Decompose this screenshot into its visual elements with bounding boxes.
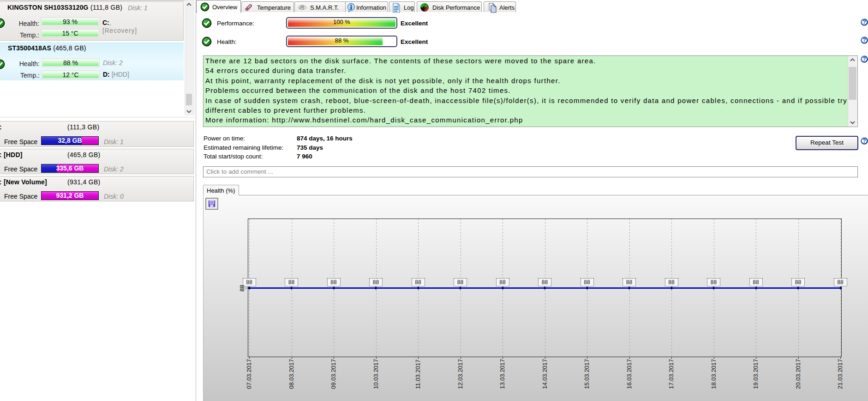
svg-text:?: ? xyxy=(862,138,866,144)
svg-text:?: ? xyxy=(862,56,866,62)
svg-text:?: ? xyxy=(862,19,866,25)
svg-text:?: ? xyxy=(862,37,866,43)
